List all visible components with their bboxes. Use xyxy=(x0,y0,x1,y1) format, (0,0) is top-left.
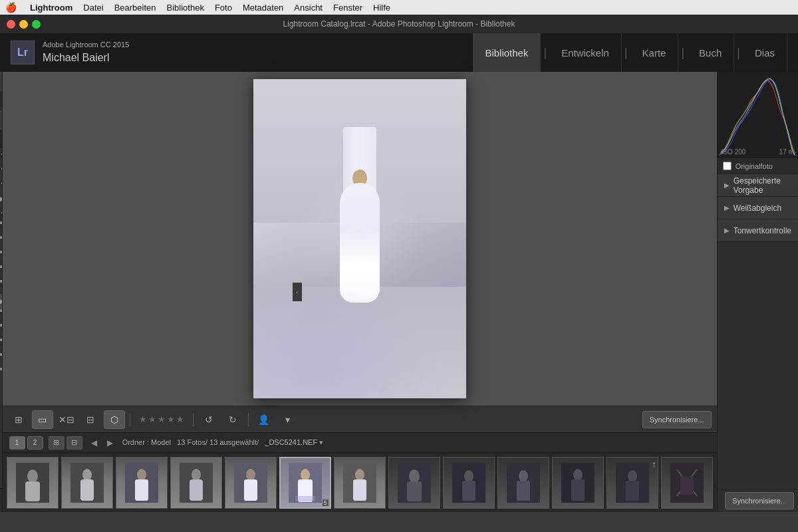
folder-users[interactable]: ▼ Users 194 xyxy=(0,148,2,162)
originalfoto-checkbox[interactable] xyxy=(723,162,732,170)
menu-bearbeiten[interactable]: Bearbeiten xyxy=(114,3,156,13)
thumb-3[interactable] xyxy=(170,457,222,509)
app-version: Adobe Lightroom CC 2015 xyxy=(43,39,129,51)
main-photo[interactable] xyxy=(253,79,466,398)
folder-lr-workshop[interactable]: ▶ ? Lightroom Workshop 0 xyxy=(0,192,2,206)
maximize-button[interactable] xyxy=(32,20,41,29)
dropdown-arrow[interactable]: ▾ xyxy=(277,410,299,429)
thumb-12[interactable] xyxy=(661,457,713,509)
section-triangle: ▶ xyxy=(724,204,730,211)
svg-point-16 xyxy=(301,469,310,481)
svg-rect-40 xyxy=(680,476,694,495)
rotate-left-button[interactable]: ↺ xyxy=(198,410,219,429)
thumb-0[interactable] xyxy=(7,457,59,509)
page-2-button[interactable]: 2 xyxy=(27,436,43,450)
expand-triangle: ▼ xyxy=(0,181,2,188)
tab-entwickeln[interactable]: Entwickeln xyxy=(549,33,622,72)
panel-collapse-arrow[interactable]: ‹ xyxy=(293,283,302,301)
folder-pano[interactable]: Pano 15 xyxy=(0,309,2,323)
star-rating-row[interactable]: ★ ★ ★ ★ ★ xyxy=(139,414,184,424)
survey-view-button[interactable]: ⊟ xyxy=(80,410,101,429)
folder-desktop[interactable]: ▼ Desktop 194 xyxy=(0,177,2,192)
page-buttons: 1 2 xyxy=(9,436,43,450)
thumb-4[interactable] xyxy=(225,457,277,509)
header: Lr Adobe Lightroom CC 2015 Michael Baier… xyxy=(0,33,798,72)
titlebar: Lightroom Catalog.lrcat - Adobe Photosho… xyxy=(0,15,798,33)
star-2[interactable]: ★ xyxy=(148,414,156,424)
weissabgleich-section[interactable]: ▶ Weißabgleich xyxy=(718,197,798,219)
thumb-8[interactable] xyxy=(443,457,495,509)
thumb-2[interactable] xyxy=(116,457,168,509)
rotate-right-button[interactable]: ↻ xyxy=(222,410,243,429)
svg-rect-36 xyxy=(626,481,639,501)
star-4[interactable]: ★ xyxy=(167,414,175,424)
thumb-1[interactable] xyxy=(61,457,113,509)
star-5[interactable]: ★ xyxy=(176,414,184,424)
svg-point-10 xyxy=(192,469,201,481)
nav-tabs: Bibliothek | Entwickeln | Karte | Buch |… xyxy=(473,33,787,72)
star-3[interactable]: ★ xyxy=(158,414,166,424)
statusbar: 1 2 ⊞ ⊟ ◀ ▶ Ordner : Model 13 Fotos/ 13 … xyxy=(3,432,717,452)
tab-buch[interactable]: Buch xyxy=(687,33,734,72)
apple-menu[interactable]: 🍎 xyxy=(5,2,17,13)
folder-kickboxer[interactable]: Kickboxer 16 xyxy=(0,250,2,265)
star-1[interactable]: ★ xyxy=(139,414,147,424)
menu-ansicht[interactable]: Ansicht xyxy=(294,3,323,13)
folder-model[interactable]: ▶ Model 13 xyxy=(0,294,2,309)
focal-info: 17 m xyxy=(779,148,794,156)
thumb-10[interactable] xyxy=(552,457,604,509)
thumb-9[interactable] xyxy=(497,457,549,509)
folder-flugzeug[interactable]: Flugzeug 23 xyxy=(0,221,2,235)
svg-point-20 xyxy=(355,469,364,481)
folder-portrait[interactable]: Portrait 14 xyxy=(0,323,2,338)
minimize-button[interactable] xyxy=(19,20,28,29)
folder-rockband[interactable]: Rockband 11 xyxy=(0,338,2,352)
menu-bibliothek[interactable]: Bibliothek xyxy=(167,3,204,13)
svg-point-1 xyxy=(27,469,38,483)
folder-michaelbaierl[interactable]: ▼ michaelbaierl 194 xyxy=(0,162,2,177)
menu-datei[interactable]: Datei xyxy=(83,3,103,13)
tonwertkontrolle-section[interactable]: ▶ Tonwertkontrolle xyxy=(718,219,798,242)
folder-lr-psd[interactable]: ▼ Lightroom-PSD_Tutorials 194 xyxy=(0,206,2,221)
svg-point-23 xyxy=(409,469,420,483)
folder-hdr[interactable]: HDR 6 xyxy=(0,235,2,250)
grid-view-button[interactable]: ⊞ xyxy=(8,410,29,429)
next-button[interactable]: ▶ xyxy=(104,436,117,450)
grid-btn-1[interactable]: ⊞ xyxy=(49,436,65,450)
loupe-icon-button[interactable]: ⬡ xyxy=(104,410,125,429)
thumb-badge: 5 xyxy=(323,499,329,506)
people-button[interactable]: 👤 xyxy=(253,410,275,429)
folder-landschaften[interactable]: Landschaften 50 xyxy=(0,265,2,279)
folder-video[interactable]: Video 0 xyxy=(0,352,2,367)
folder-lost-place[interactable]: Lost Place 13 xyxy=(0,279,2,294)
dropdown-icon[interactable]: ▾ xyxy=(319,438,323,446)
thumb-5-selected[interactable]: 5 xyxy=(279,457,331,509)
thumb-6[interactable] xyxy=(334,457,386,509)
close-button[interactable] xyxy=(7,20,15,29)
tab-bibliothek[interactable]: Bibliothek xyxy=(473,33,541,72)
expand-triangle: ▼ xyxy=(0,210,2,217)
sync-button[interactable]: Synchronisiere... xyxy=(642,411,712,428)
menu-foto[interactable]: Foto xyxy=(215,3,232,13)
svg-rect-8 xyxy=(135,479,148,501)
expand-triangle: ▶ xyxy=(0,298,2,305)
gespeicherte-vorgabe-section[interactable]: ▶ Gespeicherte Vorgabe xyxy=(718,174,798,197)
page-1-button[interactable]: 1 xyxy=(9,436,25,450)
synchronize-button[interactable]: Synchronisiere... xyxy=(725,492,794,509)
menu-app[interactable]: Lightroom xyxy=(30,3,72,13)
compare-view-button[interactable]: ✕⊟ xyxy=(56,410,77,429)
thumb-11[interactable]: ↑ xyxy=(606,457,658,509)
tab-karte[interactable]: Karte xyxy=(630,33,679,72)
grid-buttons: ⊞ ⊟ xyxy=(49,436,82,450)
menu-hilfe[interactable]: Hilfe xyxy=(373,3,390,13)
tab-dias[interactable]: Dias xyxy=(743,33,787,72)
prev-button[interactable]: ◀ xyxy=(88,436,101,450)
folder-volksbad[interactable]: Volksbad 33 xyxy=(0,367,2,382)
svg-rect-18 xyxy=(295,496,315,501)
thumb-7[interactable] xyxy=(388,457,440,509)
grid-btn-2[interactable]: ⊟ xyxy=(66,436,82,450)
traffic-lights xyxy=(7,20,41,29)
menu-metadaten[interactable]: Metadaten xyxy=(243,3,283,13)
menu-fenster[interactable]: Fenster xyxy=(333,3,362,13)
single-view-button[interactable]: ▭ xyxy=(32,410,53,429)
